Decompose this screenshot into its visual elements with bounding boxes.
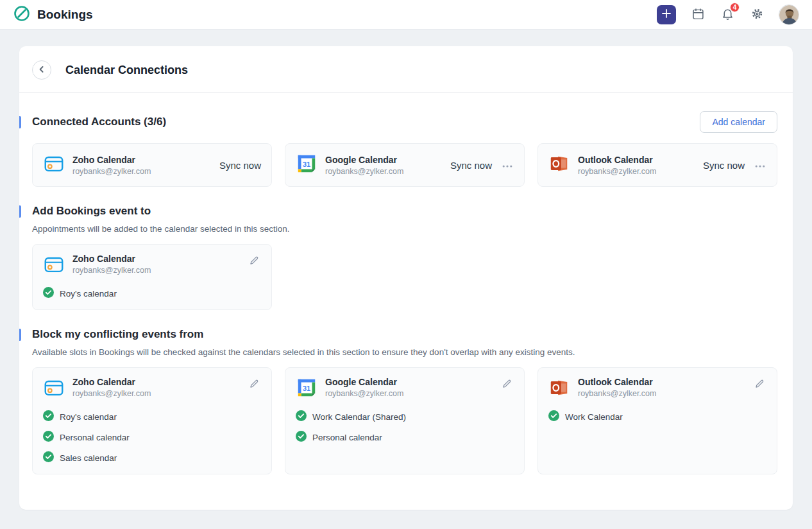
edit-selection-button[interactable] <box>248 377 261 392</box>
block-conflicting-events-description: Available slots in Bookings will be chec… <box>19 341 793 357</box>
account-provider-name: Zoho Calendar <box>72 377 240 387</box>
google-calendar-icon: 31 <box>296 377 317 401</box>
pencil-icon <box>754 378 765 391</box>
account-email: roybanks@zylker.com <box>325 167 443 176</box>
selected-calendar-item: Personal calendar <box>296 431 514 444</box>
page-title: Calendar Connections <box>65 64 188 77</box>
svg-text:31: 31 <box>303 160 310 168</box>
connected-accounts-title: Connected Accounts (3/6) <box>19 116 166 128</box>
calendar-name: Work Calendar (Shared) <box>312 412 406 422</box>
account-email: roybanks@zylker.com <box>578 167 695 176</box>
calendar-connections-panel: Calendar Connections Connected Accounts … <box>19 46 793 510</box>
zoho-calendar-icon <box>43 153 65 177</box>
pencil-icon <box>249 378 260 391</box>
page-header: Calendar Connections <box>19 46 793 92</box>
ellipsis-icon <box>755 160 765 170</box>
calendar-name: Roy's calendar <box>60 289 117 299</box>
connected-account-card-zoho: Zoho Calendar roybanks@zylker.com Sync n… <box>32 143 272 187</box>
check-circle-icon <box>296 431 307 444</box>
create-new-button[interactable] <box>657 5 676 24</box>
add-event-card-zoho: Zoho Calendar roybanks@zylker.com <box>32 244 272 310</box>
app-brand[interactable]: Bookings <box>13 4 93 25</box>
sync-now-button[interactable]: Sync now <box>703 160 745 171</box>
gear-icon <box>750 7 764 22</box>
block-card-zoho: Zoho Calendar roybanks@zylker.com <box>32 367 272 474</box>
block-card-google: 31 Google Calendar roybanks@zylker.com <box>285 367 525 474</box>
check-circle-icon <box>548 410 559 424</box>
ellipsis-icon <box>502 160 512 170</box>
account-provider-name: Zoho Calendar <box>72 155 212 165</box>
account-provider-name: Zoho Calendar <box>72 254 240 264</box>
check-circle-icon <box>43 410 54 424</box>
selected-calendar-item: Sales calendar <box>43 451 261 465</box>
selected-calendar-item: Roy's calendar <box>43 287 261 300</box>
edit-selection-button[interactable] <box>248 254 261 269</box>
account-provider-name: Outlook Calendar <box>578 377 745 387</box>
selected-calendar-item: Work Calendar <box>548 410 766 424</box>
account-provider-name: Google Calendar <box>325 155 443 165</box>
add-calendar-button[interactable]: Add calendar <box>700 111 777 133</box>
calendar-icon <box>691 7 705 22</box>
account-provider-name: Google Calendar <box>325 377 493 387</box>
chevron-left-icon <box>37 65 46 76</box>
top-bar: Bookings 4 <box>0 0 812 30</box>
check-circle-icon <box>43 431 54 444</box>
block-conflicting-events-title: Block my conflicting events from <box>19 328 203 341</box>
outlook-calendar-icon <box>548 153 570 177</box>
block-conflicting-events-section: Block my conflicting events from Availab… <box>19 310 793 496</box>
check-circle-icon <box>296 410 307 424</box>
block-events-row: Zoho Calendar roybanks@zylker.com <box>19 357 793 474</box>
more-options-button[interactable] <box>754 159 766 171</box>
top-actions: 4 <box>657 4 799 25</box>
calendar-name: Sales calendar <box>60 453 117 463</box>
connected-account-card-outlook: Outlook Calendar roybanks@zylker.com Syn… <box>537 143 777 187</box>
pencil-icon <box>249 255 260 268</box>
svg-text:31: 31 <box>303 385 310 392</box>
edit-selection-button[interactable] <box>753 377 766 392</box>
user-avatar[interactable] <box>779 4 799 25</box>
block-card-outlook: Outlook Calendar roybanks@zylker.com <box>537 367 777 474</box>
notification-count-badge: 4 <box>730 3 740 12</box>
google-calendar-icon: 31 <box>296 153 317 177</box>
account-email: roybanks@zylker.com <box>325 389 493 398</box>
connected-accounts-row: Zoho Calendar roybanks@zylker.com Sync n… <box>19 133 793 187</box>
add-event-row: Zoho Calendar roybanks@zylker.com <box>19 234 793 310</box>
calendar-name: Personal calendar <box>312 433 382 442</box>
connected-accounts-section: Connected Accounts (3/6) Add calendar Zo… <box>19 93 793 187</box>
outlook-calendar-icon <box>548 377 570 401</box>
account-email: roybanks@zylker.com <box>72 266 240 275</box>
more-options-button[interactable] <box>501 159 514 171</box>
zoho-calendar-icon <box>43 254 65 278</box>
pencil-icon <box>502 378 512 391</box>
back-button[interactable] <box>32 60 51 80</box>
account-email: roybanks@zylker.com <box>72 389 240 398</box>
bookings-logo-icon <box>13 4 31 25</box>
calendar-name: Roy's calendar <box>60 412 117 422</box>
connected-account-card-google: 31 Google Calendar roybanks@zylker.com S… <box>285 143 525 187</box>
selected-calendar-item: Roy's calendar <box>43 410 261 424</box>
app-title: Bookings <box>37 8 93 22</box>
add-bookings-event-section: Add Bookings event to Appointments will … <box>19 187 793 310</box>
add-bookings-event-title: Add Bookings event to <box>19 205 151 218</box>
notifications-button[interactable]: 4 <box>720 7 735 22</box>
selected-calendar-item: Personal calendar <box>43 431 261 444</box>
account-provider-name: Outlook Calendar <box>578 155 695 165</box>
sync-now-button[interactable]: Sync now <box>219 160 261 171</box>
selected-calendar-item: Work Calendar (Shared) <box>296 410 514 424</box>
calendar-name: Work Calendar <box>565 412 623 422</box>
account-email: roybanks@zylker.com <box>72 167 212 176</box>
calendar-view-button[interactable] <box>690 7 706 22</box>
plus-icon <box>662 9 671 20</box>
zoho-calendar-icon <box>43 377 65 401</box>
account-email: roybanks@zylker.com <box>578 389 745 398</box>
calendar-name: Personal calendar <box>60 433 130 442</box>
add-bookings-event-description: Appointments will be added to the calend… <box>19 218 793 234</box>
edit-selection-button[interactable] <box>500 377 514 392</box>
sync-now-button[interactable]: Sync now <box>450 160 492 171</box>
settings-button[interactable] <box>749 7 765 22</box>
check-circle-icon <box>43 287 54 300</box>
check-circle-icon <box>43 451 54 465</box>
